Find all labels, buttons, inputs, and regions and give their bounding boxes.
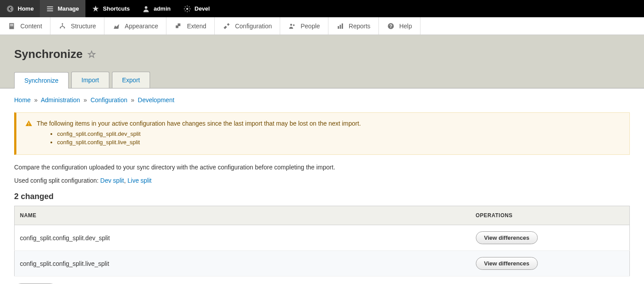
menu-structure-label: Structure <box>71 23 96 30</box>
toolbar-top: Home Manage Shortcuts admin Devel <box>0 0 644 17</box>
home-link[interactable]: Home <box>0 0 40 17</box>
menu-people[interactable]: People <box>280 17 328 35</box>
tab-synchronize[interactable]: Synchronize <box>14 72 69 88</box>
menu-configuration-label: Configuration <box>235 23 272 30</box>
appearance-icon <box>112 22 120 30</box>
svg-rect-15 <box>342 23 343 29</box>
manage-link[interactable]: Manage <box>40 0 85 17</box>
user-link[interactable]: admin <box>136 0 177 17</box>
svg-point-6 <box>62 23 63 24</box>
menu-content[interactable]: Content <box>0 17 50 35</box>
page-title: Synchronize <box>14 47 630 61</box>
view-differences-button[interactable]: View differences <box>476 231 538 244</box>
menu-extend[interactable]: Extend <box>166 17 215 35</box>
svg-rect-5 <box>10 25 14 26</box>
structure-icon <box>58 22 66 30</box>
svg-rect-18 <box>28 123 29 124</box>
svg-rect-4 <box>10 24 14 25</box>
devel-label: Devel <box>195 5 210 12</box>
compare-description: Compare the configuration uploaded to yo… <box>14 164 630 171</box>
configuration-icon <box>223 22 231 30</box>
menu-configuration[interactable]: Configuration <box>215 17 280 35</box>
svg-point-8 <box>64 27 65 28</box>
shortcuts-link[interactable]: Shortcuts <box>85 0 136 17</box>
help-icon: ? <box>387 22 395 30</box>
breadcrumb-administration[interactable]: Administration <box>41 96 80 104</box>
table-row: config_split.config_split.dev_split View… <box>15 225 630 251</box>
page-title-text: Synchronize <box>14 47 83 61</box>
col-operations: OPERATIONS <box>470 206 630 225</box>
breadcrumb-development[interactable]: Development <box>138 96 174 104</box>
primary-tabs: Synchronize Import Export <box>14 72 630 88</box>
star-icon <box>92 5 100 13</box>
svg-point-0 <box>7 5 14 12</box>
menu-structure[interactable]: Structure <box>50 17 104 35</box>
changed-table: NAME OPERATIONS config_split.config_spli… <box>14 206 630 276</box>
admin-menu: Content Structure Appearance Extend Conf… <box>0 17 644 35</box>
menu-help[interactable]: ? Help <box>379 17 420 35</box>
devel-link[interactable]: Devel <box>177 0 216 17</box>
gear-icon <box>183 5 191 13</box>
favorite-toggle[interactable] <box>87 50 96 59</box>
config-name-cell: config_split.config_split.dev_split <box>15 225 470 251</box>
menu-appearance-label: Appearance <box>125 23 158 30</box>
breadcrumb-sep: » <box>34 96 38 104</box>
breadcrumb-sep: » <box>131 96 135 104</box>
dev-split-link[interactable]: Dev split <box>100 177 124 184</box>
reports-icon <box>336 22 344 30</box>
svg-point-2 <box>186 8 188 10</box>
warning-item: config_split.config_split.dev_split <box>57 130 622 137</box>
config-name-cell: config_split.config_split.live_split <box>15 251 470 276</box>
manage-label: Manage <box>58 5 79 12</box>
warning-message: The following items in your active confi… <box>14 112 630 155</box>
svg-rect-19 <box>28 125 29 125</box>
svg-rect-10 <box>178 23 181 26</box>
svg-point-12 <box>293 24 295 26</box>
svg-rect-14 <box>339 25 341 29</box>
svg-point-1 <box>145 6 147 9</box>
people-icon <box>288 22 296 30</box>
tab-export[interactable]: Export <box>112 72 150 88</box>
menu-reports[interactable]: Reports <box>328 17 379 35</box>
breadcrumb-home[interactable]: Home <box>14 96 31 104</box>
content-region: Home » Administration » Configuration » … <box>0 88 644 284</box>
menu-reports-label: Reports <box>349 23 370 30</box>
home-label: Home <box>18 5 34 12</box>
live-split-link[interactable]: Live split <box>127 177 151 184</box>
svg-rect-13 <box>338 26 339 29</box>
svg-point-11 <box>290 23 293 26</box>
menu-appearance[interactable]: Appearance <box>104 17 167 35</box>
breadcrumb: Home » Administration » Configuration » … <box>14 96 630 104</box>
svg-point-7 <box>60 27 61 28</box>
extend-icon <box>174 22 182 30</box>
menu-extend-label: Extend <box>187 23 206 30</box>
user-icon <box>142 5 150 13</box>
warning-list: config_split.config_split.dev_split conf… <box>57 130 622 146</box>
menu-content-label: Content <box>20 23 42 30</box>
svg-text:?: ? <box>389 23 392 28</box>
warning-text: The following items in your active confi… <box>37 120 361 127</box>
view-differences-button[interactable]: View differences <box>476 257 538 270</box>
breadcrumb-sep: » <box>84 96 87 104</box>
back-icon <box>6 5 14 13</box>
col-name: NAME <box>15 206 470 225</box>
menu-people-label: People <box>301 23 320 30</box>
used-split-prefix: Used config split configuration: <box>14 177 100 184</box>
user-label: admin <box>154 5 170 12</box>
used-split-description: Used config split configuration: Dev spl… <box>14 177 630 184</box>
warning-item: config_split.config_split.live_split <box>57 139 622 146</box>
hamburger-icon <box>46 5 54 13</box>
shortcuts-label: Shortcuts <box>103 5 130 12</box>
warning-icon <box>25 120 32 127</box>
breadcrumb-configuration[interactable]: Configuration <box>90 96 127 104</box>
tab-import[interactable]: Import <box>71 72 109 88</box>
split-sep: , <box>124 177 127 184</box>
content-icon <box>8 22 16 30</box>
menu-help-label: Help <box>399 23 412 30</box>
table-row: config_split.config_split.live_split Vie… <box>15 251 630 276</box>
changed-heading: 2 changed <box>14 192 630 201</box>
star-outline-icon <box>87 50 96 59</box>
page-header: Synchronize Synchronize Import Export <box>0 35 644 88</box>
